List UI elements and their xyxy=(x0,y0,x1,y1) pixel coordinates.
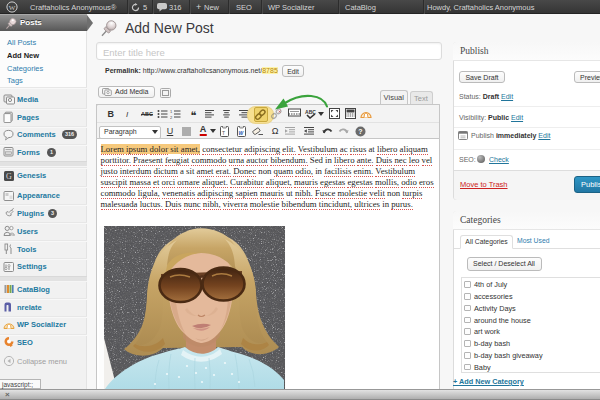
svg-text:W: W xyxy=(9,4,16,12)
svg-text:?: ? xyxy=(358,128,362,135)
svg-text:G: G xyxy=(6,172,12,181)
svg-text:T: T xyxy=(222,129,225,135)
svg-text:1: 1 xyxy=(170,109,173,114)
svg-text:2: 2 xyxy=(170,114,173,119)
